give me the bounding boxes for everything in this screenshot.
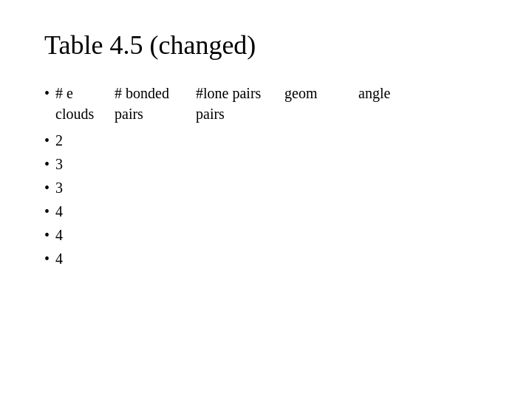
bullet-4: • [44, 201, 50, 222]
bullet-3: • [44, 177, 50, 198]
content-area: • # e clouds # bonded pairs #lone pairs … [44, 83, 488, 272]
col-e-line2: clouds [55, 103, 115, 124]
col-e-line1: # e [55, 83, 115, 103]
bullet-1: • [44, 130, 50, 151]
data-row-2: • 3 [44, 154, 488, 174]
col-angle-label: angle [358, 85, 390, 101]
col-bonded-line2: pairs [115, 103, 196, 124]
col-e-header: # e clouds [55, 83, 115, 124]
col-lone-line2: pairs [196, 103, 284, 124]
col-geom-label: geom [284, 85, 317, 101]
value-4: 4 [55, 201, 63, 222]
col-lone-line1: #lone pairs [196, 83, 284, 103]
data-row-6: • 4 [44, 248, 488, 269]
col-bonded-header: # bonded pairs [115, 83, 196, 124]
value-2: 3 [55, 154, 63, 174]
data-row-5: • 4 [44, 225, 488, 245]
bullet-5: • [44, 225, 50, 245]
value-5: 4 [55, 225, 63, 245]
col-angle-header: angle [358, 83, 417, 103]
header-bullet: • [44, 83, 50, 103]
value-3: 3 [55, 177, 63, 198]
col-lone-header: #lone pairs pairs [196, 83, 284, 124]
data-row-3: • 3 [44, 177, 488, 198]
data-row-4: • 4 [44, 201, 488, 222]
page: Table 4.5 (changed) • # e clouds # bonde… [0, 0, 532, 399]
page-title: Table 4.5 (changed) [44, 30, 488, 61]
col-bonded-line1: # bonded [115, 83, 196, 103]
data-row-1: • 2 [44, 130, 488, 151]
value-6: 4 [55, 248, 63, 269]
header-row: • # e clouds # bonded pairs #lone pairs … [44, 83, 488, 124]
value-1: 2 [55, 130, 63, 151]
header-columns: # e clouds # bonded pairs #lone pairs pa… [55, 83, 417, 124]
bullet-2: • [44, 154, 50, 174]
col-geom-header: geom [284, 83, 358, 103]
bullet-6: • [44, 248, 50, 269]
